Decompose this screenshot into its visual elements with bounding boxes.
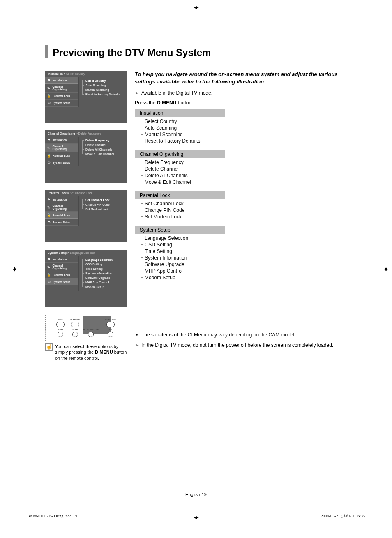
crop-mark bbox=[371, 522, 371, 538]
remote-label: FF bbox=[109, 328, 112, 331]
menu-right-item: Delete Frequency bbox=[81, 138, 125, 143]
print-timestamp: 2006-03-21 ¿ÀÈÄ 4:36:35 bbox=[321, 514, 365, 518]
menu-right-item: Language Selection bbox=[81, 257, 125, 262]
menu-tree-item: Software Upgrade bbox=[141, 261, 225, 268]
menu-right-item: Change PIN Code bbox=[81, 202, 125, 207]
flag-icon: ⚑ bbox=[47, 138, 51, 142]
registration-mark-icon: ✦ bbox=[382, 266, 390, 273]
menu-left-item: ⚑Installation bbox=[45, 256, 78, 263]
swap-icon: ⇅ bbox=[47, 205, 51, 209]
menu-left-item: ⚙System Setup bbox=[45, 159, 78, 166]
menu-left-item: ⚙System Setup bbox=[45, 219, 78, 226]
menu-left-label: Parental Lock bbox=[53, 95, 70, 97]
note-text: In the Digital TV mode, do not turn the … bbox=[141, 342, 333, 348]
remote-label: REW bbox=[58, 328, 63, 331]
crop-mark bbox=[371, 0, 371, 16]
gear-icon: ⚙ bbox=[47, 220, 51, 224]
print-footer: BN68-01007B-00Eng.indd 19 2006-03-21 ¿ÀÈ… bbox=[27, 514, 365, 518]
remote-label: STOP bbox=[72, 328, 78, 331]
menu-tree-block: Channel OrganisingDelete FrequencyDelete… bbox=[135, 150, 347, 186]
crop-mark bbox=[21, 0, 21, 16]
description-column: To help you navigate around the on-scree… bbox=[135, 71, 347, 361]
crop-mark bbox=[0, 517, 16, 517]
menu-tree-item: Modem Setup bbox=[141, 274, 225, 281]
menu-tree-block: Parental LockSet Channel LockChange PIN … bbox=[135, 191, 347, 220]
menu-left-label: Installation bbox=[53, 79, 67, 82]
note-ci: ➣ The sub-items of the CI Menu may vary … bbox=[135, 332, 347, 338]
menu-tree-item: Move & Edit Channel bbox=[141, 179, 225, 186]
menu-left-item: ⚙System Setup bbox=[45, 100, 78, 107]
title-accent-bar bbox=[45, 45, 48, 58]
menu-right-item: Manual Scanning bbox=[81, 88, 125, 92]
menu-left-pane: ⚑Installation⇅Channel Organising🔒Parenta… bbox=[45, 77, 79, 107]
menu-tree-head: Installation bbox=[135, 109, 225, 117]
instruction-text: button. bbox=[176, 100, 193, 106]
menu-right-pane: Select CountryAuto ScanningManual Scanni… bbox=[79, 77, 127, 107]
menu-left-label: System Setup bbox=[53, 102, 70, 104]
swap-icon: ⇅ bbox=[47, 86, 51, 90]
remote-label: TV/D bbox=[58, 318, 63, 321]
menu-tree-item: System Information bbox=[141, 255, 225, 261]
menu-left-label: Channel Organising bbox=[53, 145, 77, 151]
menu-screenshot: Parental Lock > Set Channel Lock⚑Install… bbox=[45, 190, 127, 242]
remote-label: D.MENU bbox=[70, 318, 80, 321]
menu-left-label: System Setup bbox=[53, 281, 70, 283]
menu-right-item: Move & Edit Channel bbox=[81, 152, 125, 156]
lock-icon: 🔒 bbox=[47, 94, 51, 98]
flag-icon: ⚑ bbox=[47, 257, 51, 261]
menu-tree-block: InstallationSelect CountryAuto ScanningM… bbox=[135, 109, 347, 144]
menu-left-label: Installation bbox=[53, 198, 67, 201]
instruction-bold: D.MENU bbox=[157, 100, 176, 106]
menu-left-label: Channel Organising bbox=[53, 85, 77, 91]
menu-right-item: Time Setting bbox=[81, 267, 125, 271]
remote-button-rew bbox=[58, 332, 63, 337]
instruction-text: Press the bbox=[135, 100, 157, 106]
remote-illustration: TV/D REW D.MENU STOP PLAY/PAUSE bbox=[45, 315, 127, 341]
menu-left-item: 🔒Parental Lock bbox=[45, 93, 78, 100]
menu-right-item: System Information bbox=[81, 271, 125, 276]
menu-left-label: Parental Lock bbox=[53, 214, 70, 217]
remote-button-dmenu bbox=[71, 322, 79, 327]
menu-tree-item: Select Country bbox=[141, 118, 225, 125]
menu-left-pane: ⚑Installation⇅Channel Organising🔒Parenta… bbox=[45, 137, 79, 166]
menu-tree-head: Channel Organising bbox=[135, 150, 225, 158]
menu-left-item: ⚙System Setup bbox=[45, 278, 78, 285]
remote-button-tvd bbox=[56, 322, 65, 327]
menu-tree-item: Change PIN Code bbox=[141, 207, 225, 213]
flag-icon: ⚑ bbox=[47, 78, 51, 82]
menu-tree-item: Language Selection bbox=[141, 235, 225, 241]
menu-tree-block: System SetupLanguage SelectionOSD Settin… bbox=[135, 226, 347, 281]
menu-tree-items: Select CountryAuto ScanningManual Scanni… bbox=[135, 117, 225, 144]
menu-left-item: ⚑Installation bbox=[45, 77, 78, 84]
menu-right-item: Auto Scanning bbox=[81, 83, 125, 88]
menu-tree-item: Auto Scanning bbox=[141, 125, 225, 131]
menu-left-label: Parental Lock bbox=[53, 274, 70, 276]
registration-mark-icon: ✦ bbox=[192, 4, 200, 12]
crop-mark bbox=[376, 517, 392, 517]
menu-left-item: 🔒Parental Lock bbox=[45, 212, 78, 219]
lock-icon: 🔒 bbox=[47, 213, 51, 217]
menu-right-item: Set Modem Lock bbox=[81, 207, 125, 211]
menu-breadcrumb: System Setup > Language Selection bbox=[45, 250, 127, 256]
menu-tree-item: MHP App Control bbox=[141, 268, 225, 274]
menu-tree-item: Reset to Factory Defaults bbox=[141, 138, 225, 144]
menu-left-label: System Setup bbox=[53, 221, 70, 224]
menu-right-item: MHP App Control bbox=[81, 280, 125, 285]
flag-icon: ⚑ bbox=[47, 197, 51, 202]
lock-icon: 🔒 bbox=[47, 153, 51, 158]
instruction: Press the D.MENU button. bbox=[135, 100, 347, 106]
remote-col-tvradio: TV/RADIO FF bbox=[104, 318, 116, 337]
remote-label bbox=[91, 318, 92, 321]
menu-left-label: Installation bbox=[53, 139, 67, 141]
menu-tree-item: Set Modem Lock bbox=[141, 213, 225, 220]
intro-text: To help you navigate around the on-scree… bbox=[135, 71, 347, 85]
remote-col-tvd: TV/D REW bbox=[56, 318, 65, 337]
menu-breadcrumb: Installation > Select Country bbox=[45, 71, 127, 77]
menu-left-item: ⚑Installation bbox=[45, 196, 78, 203]
remote-caption: ☝ You can select these options by simply… bbox=[45, 343, 127, 361]
caption-bold: D.MENU bbox=[95, 350, 113, 355]
menu-screenshot: Channel Organising > Delete Frequency⚑In… bbox=[45, 130, 127, 183]
menu-right-item: Set Channel Lock bbox=[81, 198, 125, 202]
menu-tree-item: Manual Scanning bbox=[141, 131, 225, 138]
menu-left-item: ⇅Channel Organising bbox=[45, 203, 78, 212]
